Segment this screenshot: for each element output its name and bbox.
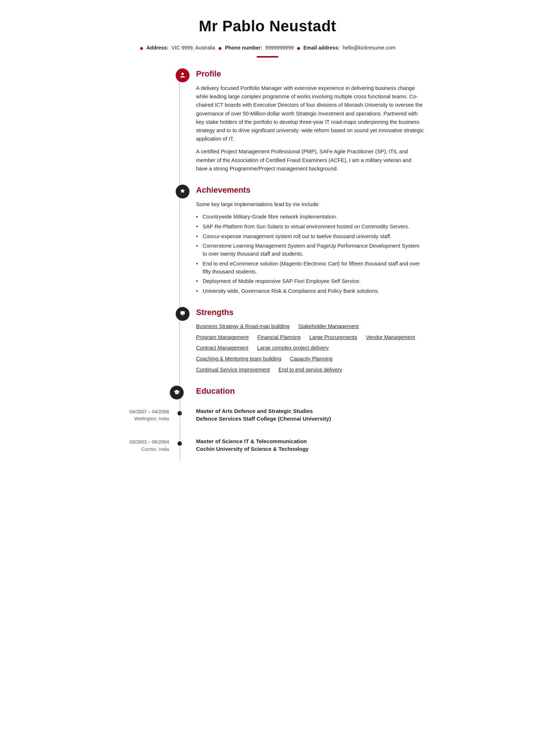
strengths-row: Business Strategy & Road-map buildingSta… <box>196 323 424 331</box>
strength-item: Business Strategy & Road-map building <box>196 323 289 331</box>
strength-item: Vendor Management <box>366 334 415 342</box>
achievements-list: Countrywide Military-Grade fibre network… <box>196 213 424 295</box>
strength-item: Large Procurements <box>309 334 357 342</box>
edu-school: Cochin University of Science & Technolog… <box>196 445 424 453</box>
resume-page: Mr Pablo Neustadt ● Address: VIC 9999, A… <box>100 0 435 490</box>
edu-school: Defence Services Staff College (Chennai … <box>196 415 424 423</box>
dot-email: ● <box>297 45 301 51</box>
svg-rect-2 <box>181 312 184 313</box>
achievement-item: University wide, Governance Risk & Compl… <box>196 287 424 295</box>
edu-content: Master of Arts Defence and Strategic Stu… <box>190 407 424 430</box>
trophy-svg <box>179 188 186 195</box>
graduation-svg <box>173 389 180 396</box>
profile-icon <box>176 68 190 82</box>
phone-value: 9999999999 <box>265 44 294 52</box>
education-item-row: 03/2003 – 06/2004Cochin, India Master of… <box>111 437 424 461</box>
left-spacer <box>111 68 169 385</box>
edu-header-left-spacer <box>111 385 169 407</box>
achievement-item: SAP Re-Platform from Sun Solaris to virt… <box>196 223 424 231</box>
edu-content: Master of Science IT & Telecommunication… <box>190 437 424 461</box>
address-value: VIC 9999, Australia <box>171 44 215 52</box>
strengths-section: Strengths Business Strategy & Road-map b… <box>196 306 424 374</box>
strength-item: End to end service delivery <box>278 366 342 374</box>
main-content: Profile A delivery focused Portfolio Man… <box>111 68 424 385</box>
education-items: 04/2007 – 04/2008Wellington, India Maste… <box>111 407 424 461</box>
strength-item: Contract Management <box>196 344 248 352</box>
profile-body: A delivery focused Portfolio Manager wit… <box>196 84 424 173</box>
header-divider <box>257 56 278 58</box>
edu-bullet <box>177 411 182 416</box>
education-icon <box>170 386 184 399</box>
education-title-wrap: Education <box>190 385 424 407</box>
person-svg <box>179 72 186 79</box>
strengths-grid: Business Strategy & Road-map buildingSta… <box>196 323 424 374</box>
edu-location: Wellington, India <box>111 415 169 422</box>
svg-point-0 <box>181 73 184 75</box>
dot-address: ● <box>140 45 144 51</box>
edu-bullet-col <box>169 437 190 446</box>
strength-item: Capacity Planning <box>290 355 333 363</box>
content-column: Profile A delivery focused Portfolio Man… <box>190 68 424 385</box>
strengths-row: Contract ManagementLarge complex project… <box>196 344 424 352</box>
email-value: hello@kickresume.com <box>343 44 395 52</box>
strengths-row: Continual Service ImprovementEnd to end … <box>196 366 424 374</box>
achievement-item: Cornerstone Learning Management System a… <box>196 242 424 258</box>
edu-date-range: 03/2003 – 06/2004 <box>111 438 169 446</box>
resume-header: Mr Pablo Neustadt <box>111 15 424 38</box>
strengths-row: Coaching & Mentoring team buildingCapaci… <box>196 355 424 363</box>
education-icon-wrap <box>169 385 190 407</box>
achievement-item: Concur-expense management system roll ou… <box>196 233 424 241</box>
timeline-vline <box>179 68 180 385</box>
address-label: Address: <box>147 44 169 52</box>
profile-para-2: A certified Project Management Professio… <box>196 147 424 173</box>
timeline-column <box>169 68 190 385</box>
svg-rect-3 <box>181 313 183 314</box>
strengths-row: Program ManagementFinancial PlanningLarg… <box>196 334 424 342</box>
profile-icon-wrap <box>175 68 196 82</box>
edu-date-range: 04/2007 – 04/2008 <box>111 408 169 416</box>
achievements-intro: Some key large implementations lead by m… <box>196 200 424 209</box>
strengths-icon <box>176 307 190 321</box>
education-title: Education <box>196 385 424 397</box>
strength-item: Continual Service Improvement <box>196 366 270 374</box>
profile-para-1: A delivery focused Portfolio Manager wit… <box>196 84 424 143</box>
achievement-item: End to end eCommerce solution (Magento E… <box>196 260 424 276</box>
education-section: Education 04/2007 – 04/2008Wellington, I… <box>111 385 424 461</box>
profile-title: Profile <box>196 68 424 80</box>
education-header-row: Education <box>111 385 424 407</box>
strength-item: Program Management <box>196 334 249 342</box>
achievements-icon-wrap <box>175 184 196 198</box>
badge-svg <box>179 310 186 318</box>
achievement-item: Deployment of Mobile responsive SAP Fior… <box>196 277 424 286</box>
edu-item-content: Master of Arts Defence and Strategic Stu… <box>196 407 424 423</box>
edu-degree: Master of Science IT & Telecommunication <box>196 437 424 445</box>
edu-item-content: Master of Science IT & Telecommunication… <box>196 437 424 453</box>
profile-section: Profile A delivery focused Portfolio Man… <box>196 68 424 173</box>
achievement-item: Countrywide Military-Grade fibre network… <box>196 213 424 221</box>
strengths-title: Strengths <box>196 306 424 318</box>
edu-degree: Master of Arts Defence and Strategic Stu… <box>196 407 424 415</box>
phone-label: Phone number: <box>225 44 262 52</box>
edu-bullet-col <box>169 407 190 416</box>
strength-item: Financial Planning <box>257 334 301 342</box>
achievements-icon <box>176 185 190 198</box>
dot-phone: ● <box>218 45 222 51</box>
edu-date-col: 04/2007 – 04/2008Wellington, India <box>111 407 169 422</box>
svg-rect-1 <box>180 311 185 314</box>
strength-item: Large complex project delivery <box>257 344 329 352</box>
edu-bullet <box>177 441 182 446</box>
achievements-body: Some key large implementations lead by m… <box>196 200 424 295</box>
candidate-name: Mr Pablo Neustadt <box>111 15 424 38</box>
email-label: Email address: <box>304 44 340 52</box>
edu-date-col: 03/2003 – 06/2004Cochin, India <box>111 437 169 453</box>
strength-item: Coaching & Mentoring team building <box>196 355 281 363</box>
education-item-row: 04/2007 – 04/2008Wellington, India Maste… <box>111 407 424 430</box>
contact-bar: ● Address: VIC 9999, Australia ● Phone n… <box>111 44 424 52</box>
strength-item: Stakeholder Management <box>298 323 359 331</box>
strengths-icon-wrap <box>175 306 196 321</box>
achievements-title: Achievements <box>196 184 424 196</box>
achievements-section: Achievements Some key large implementati… <box>196 184 424 295</box>
edu-location: Cochin, India <box>111 446 169 453</box>
